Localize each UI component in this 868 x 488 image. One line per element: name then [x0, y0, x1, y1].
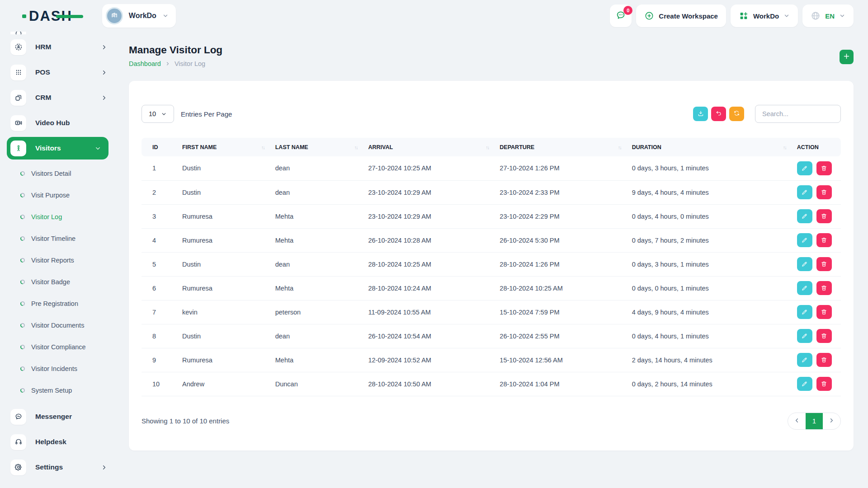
visitors-icon — [14, 144, 23, 152]
language-selector[interactable]: EN — [802, 5, 854, 27]
table-row: 2 Dustin dean 23-10-2024 10:29 AM 23-10-… — [142, 180, 841, 204]
chevron-down-icon — [162, 13, 169, 19]
sort-icon[interactable]: ↑↓ — [354, 145, 357, 150]
column-header-duration[interactable]: DURATION ↑↓ — [628, 138, 793, 156]
sort-icon[interactable]: ↑↓ — [783, 145, 786, 150]
cell-id: 1 — [142, 156, 179, 180]
column-header-arrival[interactable]: ARRIVAL ↑↓ — [364, 138, 496, 156]
sidebar-subitem-visitor-badge[interactable]: Visitor Badge — [0, 271, 117, 293]
edit-button[interactable] — [797, 233, 812, 247]
delete-button[interactable] — [816, 257, 832, 271]
app-logo[interactable]: DASH — [29, 9, 72, 23]
sidebar-subitem-visit-purpose[interactable]: Visit Purpose — [0, 184, 117, 206]
breadcrumb-current: Visitor Log — [175, 60, 205, 67]
submenu-dot-icon — [20, 323, 25, 328]
edit-button[interactable] — [797, 185, 812, 199]
cell-duration: 0 days, 2 hours, 14 minutes — [628, 372, 793, 396]
sidebar-subitem-visitor-compliance[interactable]: Visitor Compliance — [0, 336, 117, 358]
cell-last-name: Mehta — [272, 204, 365, 228]
table-row: 3 Rumuresa Mehta 23-10-2024 10:29 AM 23-… — [142, 204, 841, 228]
workspace-selector[interactable]: WorkDo — [102, 4, 176, 28]
sidebar-subitem-visitor-log[interactable]: Visitor Log — [0, 206, 117, 228]
create-workspace-button[interactable]: Create Workspace — [636, 5, 726, 27]
sidebar-subitem-system-setup[interactable]: System Setup — [0, 380, 117, 401]
cell-arrival: 23-10-2024 10:29 AM — [364, 180, 496, 204]
edit-button[interactable] — [797, 257, 812, 271]
edit-button[interactable] — [797, 329, 812, 343]
chevron-right-icon — [101, 44, 108, 51]
undo-button[interactable] — [711, 107, 726, 121]
previous-page-button[interactable] — [788, 413, 806, 429]
entries-per-page-select[interactable]: 10 — [142, 105, 174, 123]
edit-button[interactable] — [797, 209, 812, 223]
sidebar-item-messenger[interactable]: Messenger — [0, 404, 117, 429]
edit-button[interactable] — [797, 305, 812, 319]
cell-first-name: Dustin — [179, 324, 272, 348]
sidebar-subitem-visitor-timeline[interactable]: Visitor Timeline — [0, 228, 117, 249]
next-page-button[interactable] — [823, 413, 840, 429]
cell-action — [793, 348, 841, 372]
sort-icon[interactable]: ↑↓ — [618, 145, 621, 150]
column-header-departure[interactable]: DEPARTURE ↑↓ — [496, 138, 628, 156]
workspace-dropdown[interactable]: WorkDo — [731, 5, 798, 27]
edit-button[interactable] — [797, 377, 812, 391]
logo-dot — [22, 14, 26, 18]
cell-action — [793, 252, 841, 276]
sidebar-item-visitors[interactable]: Visitors — [7, 137, 108, 160]
export-button[interactable] — [693, 107, 708, 121]
delete-button[interactable] — [816, 209, 832, 223]
table-body: 1 Dustin dean 27-10-2024 10:25 AM 27-10-… — [142, 156, 841, 396]
visitor-log-table: ID FIRST NAME ↑↓ LAST NAME ↑↓ ARRIVAL ↑↓… — [142, 138, 841, 396]
sidebar-item-hrm[interactable]: HRM — [0, 34, 117, 60]
delete-button[interactable] — [816, 377, 832, 391]
edit-button[interactable] — [797, 353, 812, 367]
sort-icon[interactable]: ↑↓ — [261, 145, 264, 150]
sidebar-subitem-visitors-detail[interactable]: Visitors Detail — [0, 163, 117, 184]
column-header-first-name[interactable]: FIRST NAME ↑↓ — [179, 138, 272, 156]
cell-first-name: Rumuresa — [179, 204, 272, 228]
delete-button[interactable] — [816, 305, 832, 319]
edit-button[interactable] — [797, 161, 812, 175]
cell-duration: 0 days, 3 hours, 1 minutes — [628, 252, 793, 276]
delete-button[interactable] — [816, 185, 832, 199]
current-page-button[interactable]: 1 — [806, 413, 823, 429]
pos-icon — [14, 68, 23, 76]
cell-last-name: Duncan — [272, 372, 365, 396]
cell-departure: 15-10-2024 12:56 AM — [496, 348, 628, 372]
delete-button[interactable] — [816, 233, 832, 247]
chevron-down-icon — [162, 13, 169, 19]
sidebar-subitem-pre-registration[interactable]: Pre Registration — [0, 293, 117, 314]
delete-button[interactable] — [816, 353, 832, 367]
sidebar-item-pos[interactable]: POS — [0, 60, 117, 85]
sort-icon[interactable]: ↑↓ — [486, 145, 489, 150]
cell-id: 3 — [142, 204, 179, 228]
cell-arrival: 26-10-2024 10:54 AM — [364, 324, 496, 348]
download-icon — [697, 110, 704, 117]
column-header-last-name[interactable]: LAST NAME ↑↓ — [272, 138, 365, 156]
sidebar-item-settings[interactable]: Settings — [0, 455, 117, 480]
sidebar-item-crm[interactable]: CRM — [0, 85, 117, 110]
table-footer: Showing 1 to 10 of 10 entries 1 — [142, 413, 841, 430]
delete-button[interactable] — [816, 281, 832, 295]
cell-action — [793, 300, 841, 324]
delete-button[interactable] — [816, 329, 832, 343]
sidebar-item-helpdesk[interactable]: Helpdesk — [0, 429, 117, 455]
edit-button[interactable] — [797, 281, 812, 295]
sidebar-subitem-visitor-documents[interactable]: Visitor Documents — [0, 314, 117, 336]
sidebar-subitem-visitor-incidents[interactable]: Visitor Incidents — [0, 358, 117, 380]
page-title: Manage Visitor Log — [129, 44, 222, 56]
sidebar-item-label: Helpdesk — [35, 438, 66, 446]
add-visitor-log-button[interactable] — [840, 50, 854, 64]
sidebar-item-label: Messenger — [35, 413, 72, 421]
search-input[interactable] — [755, 105, 841, 123]
cell-last-name: dean — [272, 156, 365, 180]
sidebar-subitem-visitor-reports[interactable]: Visitor Reports — [0, 249, 117, 271]
cell-last-name: peterson — [272, 300, 365, 324]
delete-button[interactable] — [816, 161, 832, 175]
cell-duration: 9 days, 4 hours, 4 minutes — [628, 180, 793, 204]
messenger-button[interactable]: 0 — [610, 5, 632, 27]
refresh-button[interactable] — [729, 107, 744, 121]
sidebar-item-video-hub[interactable]: Video Hub — [0, 110, 117, 136]
breadcrumb-dashboard-link[interactable]: Dashboard — [129, 60, 161, 67]
trash-icon — [821, 309, 827, 315]
